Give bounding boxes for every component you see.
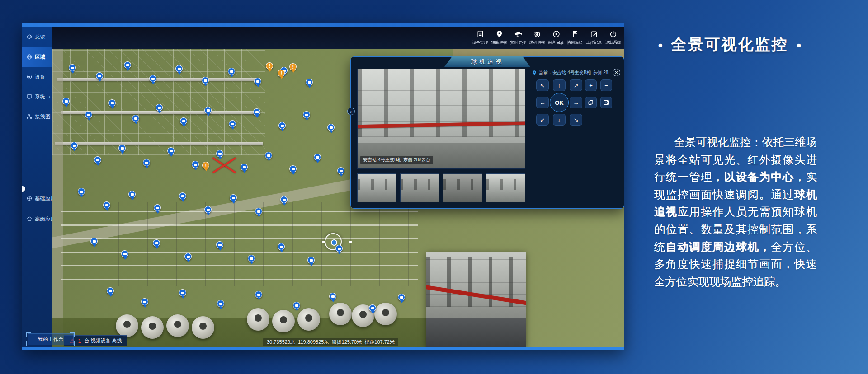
camera-pin-marker[interactable] — [303, 111, 310, 118]
filmstrip-thumbnail[interactable] — [486, 173, 525, 202]
toolbar-item-assist-patrol[interactable]: 辅助巡视 — [490, 28, 509, 46]
ptz-arrow-button[interactable]: → — [570, 97, 582, 108]
camera-pin-marker[interactable] — [241, 164, 248, 171]
camera-pin-marker[interactable] — [149, 75, 156, 82]
ptz-arrow-button[interactable]: ↓ — [553, 114, 566, 126]
toolbar-item-dome-track[interactable]: 球机追视 — [528, 28, 547, 46]
sidebar-item-basic-apps[interactable]: 基础应用› — [22, 188, 52, 209]
camera-pin-marker[interactable] — [167, 147, 175, 154]
camera-pin-marker[interactable] — [103, 201, 110, 209]
toolbar-item-realtime-monitor[interactable]: 实时监控 — [509, 28, 528, 46]
sidebar-item-advanced-apps[interactable]: 高级应用› — [22, 209, 52, 229]
zoom-out-button[interactable]: − — [600, 79, 612, 91]
camera-pin-marker[interactable] — [156, 104, 163, 111]
camera-pin-marker[interactable] — [307, 257, 315, 264]
camera-pin-marker[interactable] — [94, 156, 101, 164]
camera-pin-marker[interactable] — [153, 239, 160, 247]
camera-pin-marker[interactable] — [179, 192, 186, 200]
toolbar-item-exit-system[interactable]: 退出系统 — [604, 28, 623, 46]
camera-pin-marker[interactable] — [124, 61, 131, 69]
camera-pin-marker[interactable] — [314, 154, 321, 161]
camera-pin-marker[interactable] — [69, 64, 76, 71]
camera-pin-marker[interactable] — [255, 208, 262, 215]
alert-pin-marker[interactable] — [266, 62, 273, 70]
camera-pin-marker[interactable] — [62, 98, 70, 105]
camera-pin-marker[interactable] — [369, 304, 376, 312]
snapshot-button[interactable] — [585, 97, 597, 108]
camera-pin-marker[interactable] — [335, 245, 343, 252]
my-workbench-button[interactable]: 我的工作台 — [28, 333, 74, 345]
camera-pin-marker[interactable] — [248, 255, 255, 262]
sidebar-item-system[interactable]: 系统› — [22, 87, 52, 107]
camera-pin-marker[interactable] — [253, 108, 260, 116]
pip-camera-feed[interactable] — [426, 252, 526, 347]
camera-pin-marker[interactable] — [78, 188, 85, 195]
sidebar-item-wiring[interactable]: 接线图› — [22, 107, 52, 126]
alert-pin-marker[interactable] — [289, 63, 297, 70]
camera-pin-marker[interactable] — [278, 243, 285, 250]
camera-pin-marker[interactable] — [107, 287, 114, 295]
filmstrip-thumbnail[interactable] — [357, 173, 396, 202]
camera-pin-marker[interactable] — [204, 206, 212, 213]
camera-pin-marker[interactable] — [280, 196, 288, 203]
camera-pin-marker[interactable] — [175, 65, 183, 72]
ptz-arrow-button[interactable]: ↗ — [570, 79, 582, 91]
camera-pin-marker[interactable] — [327, 124, 335, 131]
alert-pin-marker[interactable] — [202, 162, 209, 169]
camera-pin-marker[interactable] — [132, 115, 139, 122]
preset-save-button[interactable] — [600, 97, 612, 108]
popup-collapse-handle[interactable]: › — [347, 108, 355, 115]
camera-pin-marker[interactable] — [118, 145, 126, 152]
camera-pin-marker[interactable] — [121, 250, 128, 257]
filmstrip-thumbnail[interactable] — [400, 173, 439, 202]
camera-pin-marker[interactable] — [265, 152, 272, 159]
toolbar-item-equipment-manage[interactable]: 设备管理 — [471, 28, 490, 46]
camera-pin-marker[interactable] — [96, 72, 103, 79]
camera-pin-marker[interactable] — [71, 142, 78, 149]
camera-pin-marker[interactable] — [128, 191, 136, 198]
camera-pin-marker[interactable] — [306, 79, 313, 86]
camera-pin-marker[interactable] — [90, 238, 98, 245]
camera-pin-marker[interactable] — [184, 253, 192, 260]
camera-pin-marker[interactable] — [108, 99, 116, 107]
camera-pin-marker[interactable] — [85, 111, 92, 118]
filmstrip-thumbnail[interactable] — [443, 173, 482, 202]
camera-pin-marker[interactable] — [228, 68, 235, 75]
sidebar-item-overview[interactable]: 总览 — [22, 27, 52, 47]
camera-pin-marker[interactable] — [254, 78, 261, 85]
camera-pin-marker[interactable] — [192, 161, 199, 168]
ptz-arrow-button[interactable]: ↑ — [553, 79, 566, 91]
camera-pin-marker[interactable] — [229, 120, 236, 127]
alert-pin-marker[interactable] — [278, 70, 285, 77]
camera-pin-marker[interactable] — [204, 107, 212, 114]
camera-pin-marker[interactable] — [230, 194, 237, 201]
sidebar-item-device[interactable]: 设备 — [22, 67, 52, 87]
toolbar-item-work-record[interactable]: 工作记录 — [585, 28, 604, 46]
camera-pin-marker[interactable] — [255, 291, 262, 298]
camera-pin-marker[interactable] — [278, 122, 286, 129]
toolbar-item-collab-plot[interactable]: 协同标绘 — [566, 28, 585, 46]
camera-pin-marker[interactable] — [329, 293, 336, 300]
camera-pin-marker[interactable] — [154, 204, 161, 211]
ptz-ok-button[interactable]: OK — [550, 93, 569, 112]
ptz-arrow-button[interactable]: ← — [536, 97, 549, 108]
toolbar-item-fusion-replay[interactable]: 融合回放 — [547, 28, 566, 46]
camera-pin-marker[interactable] — [202, 77, 209, 84]
ptz-arrow-button[interactable]: ↙ — [536, 114, 549, 126]
ptz-arrow-button[interactable]: ↖ — [536, 79, 549, 91]
map-3d-scene[interactable]: ⚠ 1 台 视频设备 离线 30.735529北 119.809825东 海拔1… — [52, 49, 624, 347]
camera-pin-marker[interactable] — [143, 159, 150, 166]
close-icon[interactable]: ✕ — [613, 69, 620, 76]
camera-pin-marker[interactable] — [289, 165, 297, 173]
camera-pin-marker[interactable] — [217, 300, 224, 307]
zoom-in-button[interactable]: + — [585, 79, 597, 91]
camera-pin-marker[interactable] — [179, 289, 186, 296]
camera-pin-marker[interactable] — [337, 167, 344, 174]
sidebar-item-region[interactable]: 区域 — [22, 47, 52, 67]
camera-pin-marker[interactable] — [141, 298, 148, 305]
camera-pin-marker[interactable] — [398, 294, 405, 301]
ptz-arrow-button[interactable]: ↘ — [570, 114, 582, 126]
camera-pin-marker[interactable] — [180, 117, 187, 125]
camera-pin-marker[interactable] — [216, 241, 223, 248]
camera-pin-marker[interactable] — [293, 302, 300, 309]
